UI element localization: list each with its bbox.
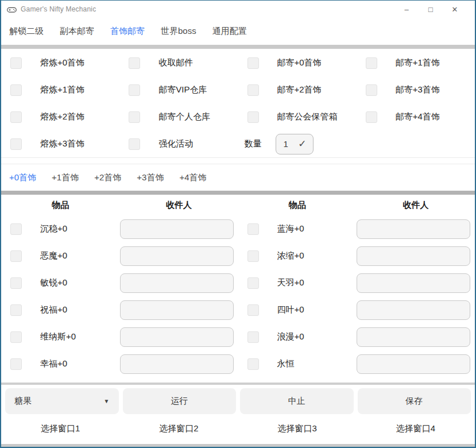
- recipient-input[interactable]: [120, 219, 234, 239]
- stop-button[interactable]: 中止: [240, 388, 354, 414]
- tab-dungeon-mail[interactable]: 副本邮寄: [60, 26, 94, 37]
- tab-unlock-level2[interactable]: 解锁二级: [9, 26, 44, 37]
- tab-jewelry-mail[interactable]: 首饰邮寄: [110, 26, 145, 37]
- option-smelt-plus0[interactable]: 熔炼+0首饰: [1, 57, 119, 69]
- recipient-input[interactable]: [120, 354, 234, 374]
- item-label: 幸福+0: [40, 358, 67, 369]
- checkbox[interactable]: [247, 223, 259, 235]
- chevron-down-icon: ▼: [104, 398, 110, 404]
- recipient-input[interactable]: [357, 273, 470, 293]
- subtab-plus0[interactable]: +0首饰: [9, 172, 36, 183]
- checkbox[interactable]: [129, 84, 140, 96]
- subtab-plus2[interactable]: +2首饰: [94, 172, 121, 183]
- subtab-plus3[interactable]: +3首饰: [137, 172, 164, 183]
- recipient-input[interactable]: [357, 327, 470, 347]
- item-label: 浪漫+0: [277, 331, 304, 342]
- close-icon: ✕: [452, 5, 458, 14]
- checkbox[interactable]: [10, 111, 22, 123]
- checkbox[interactable]: [129, 138, 140, 150]
- checkbox[interactable]: [10, 57, 22, 69]
- select-window-1[interactable]: 选择窗口1: [1, 423, 119, 434]
- item-cell: 浪漫+0: [238, 327, 475, 347]
- item-cell: 维纳斯+0: [1, 327, 238, 347]
- minimize-icon: –: [404, 5, 408, 14]
- checkbox[interactable]: [10, 331, 22, 343]
- main-tab-bar: 解锁二级 副本邮寄 首饰邮寄 世界boss 通用配置: [1, 18, 475, 45]
- item-dropdown[interactable]: 糖果 ▼: [5, 388, 119, 414]
- item-cell: 祝福+0: [1, 300, 238, 320]
- checkbox[interactable]: [366, 57, 377, 69]
- recipient-input[interactable]: [357, 219, 470, 239]
- app-window: Gamer's Nifty Mechanic – □ ✕ 解锁二级 副本邮寄 首…: [0, 0, 476, 448]
- checkbox[interactable]: [247, 277, 259, 289]
- option-mail-plus0[interactable]: 邮寄+0首饰: [238, 57, 357, 69]
- subtab-plus4[interactable]: +4首饰: [179, 172, 206, 183]
- item-cell: 沉稳+0: [1, 219, 238, 239]
- minimize-button[interactable]: –: [394, 1, 419, 18]
- option-mail-plus4[interactable]: 邮寄+4首饰: [357, 111, 475, 123]
- table-row: 恶魔+0 浓缩+0: [1, 242, 475, 269]
- checkbox[interactable]: [129, 57, 140, 69]
- checkbox[interactable]: [247, 57, 259, 69]
- save-button[interactable]: 保存: [358, 388, 471, 414]
- checkbox[interactable]: [10, 277, 22, 289]
- quantity-selector[interactable]: 1 ✓: [276, 134, 314, 155]
- window-title: Gamer's Nifty Mechanic: [21, 5, 96, 13]
- column-header-item: 物品: [238, 200, 357, 211]
- table-row: 祝福+0 四叶+0: [1, 296, 475, 323]
- option-enhance-event[interactable]: 强化活动: [119, 138, 238, 150]
- checkbox[interactable]: [10, 250, 22, 262]
- option-mail-personal-storage[interactable]: 邮寄个人仓库: [119, 111, 238, 123]
- checkbox[interactable]: [10, 223, 22, 235]
- checkbox[interactable]: [247, 111, 259, 123]
- checkbox[interactable]: [247, 358, 259, 370]
- option-label: 收取邮件: [158, 57, 193, 68]
- checkbox[interactable]: [247, 250, 259, 262]
- recipient-input[interactable]: [120, 327, 234, 347]
- recipient-input[interactable]: [357, 354, 470, 374]
- option-mail-vip-storage[interactable]: 邮寄VIP仓库: [119, 84, 238, 96]
- recipient-input[interactable]: [120, 246, 234, 266]
- recipient-input[interactable]: [120, 300, 234, 320]
- checkbox[interactable]: [10, 304, 22, 316]
- checkbox[interactable]: [10, 84, 22, 96]
- quantity-label: 数量: [245, 138, 262, 149]
- select-window-2[interactable]: 选择窗口2: [119, 423, 238, 434]
- checkbox[interactable]: [247, 304, 259, 316]
- maximize-button[interactable]: □: [419, 1, 443, 18]
- recipient-input[interactable]: [357, 246, 470, 266]
- tab-world-boss[interactable]: 世界boss: [161, 26, 196, 37]
- option-mail-plus3[interactable]: 邮寄+3首饰: [357, 84, 475, 96]
- run-button[interactable]: 运行: [123, 388, 237, 414]
- select-window-3[interactable]: 选择窗口3: [238, 423, 357, 434]
- recipient-input[interactable]: [357, 300, 470, 320]
- checkbox[interactable]: [366, 111, 377, 123]
- option-smelt-plus3[interactable]: 熔炼+3首饰: [1, 138, 119, 150]
- option-mail-plus1[interactable]: 邮寄+1首饰: [357, 57, 475, 69]
- column-header-recipient: 收件人: [119, 200, 238, 211]
- checkbox[interactable]: [247, 331, 259, 343]
- close-button[interactable]: ✕: [443, 1, 467, 18]
- option-mail-guild-box[interactable]: 邮寄公会保管箱: [238, 111, 357, 123]
- options-row: 熔炼+2首饰 邮寄个人仓库 邮寄公会保管箱 邮寄+4首饰: [1, 103, 475, 130]
- checkbox[interactable]: [10, 358, 22, 370]
- checkbox[interactable]: [129, 111, 140, 123]
- option-label: 熔炼+0首饰: [40, 57, 84, 68]
- item-cell: 恶魔+0: [1, 246, 238, 266]
- select-window-4[interactable]: 选择窗口4: [357, 423, 475, 434]
- option-smelt-plus2[interactable]: 熔炼+2首饰: [1, 111, 119, 123]
- checkbox[interactable]: [10, 138, 22, 150]
- option-mail-plus2[interactable]: 邮寄+2首饰: [238, 84, 357, 96]
- quantity-field: 数量 1 ✓: [238, 134, 357, 155]
- checkbox[interactable]: [247, 84, 259, 96]
- recipient-input[interactable]: [120, 273, 234, 293]
- table-row: 幸福+0 永恒: [1, 350, 475, 377]
- item-label: 维纳斯+0: [40, 331, 76, 342]
- subtab-plus1[interactable]: +1首饰: [52, 172, 79, 183]
- checkbox[interactable]: [366, 84, 377, 96]
- option-collect-mail[interactable]: 收取邮件: [119, 57, 238, 69]
- tab-general-config[interactable]: 通用配置: [212, 26, 247, 37]
- option-label: 邮寄个人仓库: [158, 111, 210, 122]
- options-row: 熔炼+0首饰 收取邮件 邮寄+0首饰 邮寄+1首饰: [1, 49, 475, 76]
- option-smelt-plus1[interactable]: 熔炼+1首饰: [1, 84, 119, 96]
